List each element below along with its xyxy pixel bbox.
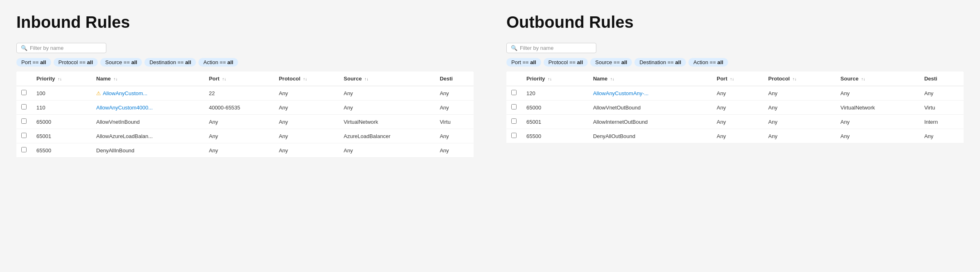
priority-sort-icon: ↑↓	[58, 77, 62, 81]
row-destination: Virtu	[919, 100, 964, 115]
row-checkbox[interactable]	[21, 133, 27, 138]
outbound-chip-source[interactable]: Source == all	[590, 58, 632, 67]
row-port: 40000-65535	[204, 100, 274, 115]
row-port: Any	[204, 143, 274, 158]
inbound-col-priority[interactable]: Priority ↑↓	[31, 71, 91, 86]
row-checkbox-cell	[16, 143, 31, 158]
table-row: 65500DenyAllInBoundAnyAnyAnyAny	[16, 143, 474, 158]
row-priority: 100	[31, 86, 91, 100]
row-checkbox[interactable]	[511, 118, 517, 124]
table-row: 65001AllowInternetOutBoundAnyAnyAnyInter…	[506, 115, 964, 129]
inbound-col-source[interactable]: Source ↑↓	[339, 71, 435, 86]
outbound-chip-destination[interactable]: Destination == all	[634, 58, 686, 67]
row-priority: 65001	[31, 129, 91, 143]
row-name: AllowInternetOutBound	[588, 115, 712, 129]
ob-source-sort-icon: ↑↓	[861, 77, 865, 81]
outbound-search-bar: 🔍 Filter by name	[506, 43, 964, 53]
row-checkbox[interactable]	[21, 104, 27, 109]
outbound-filter-chips: Port == all Protocol == all Source == al…	[506, 58, 964, 67]
row-port: Any	[712, 115, 763, 129]
row-name[interactable]: ⚠AllowAnyCustom...	[91, 86, 204, 100]
row-source: VirtualNetwork	[339, 115, 435, 129]
table-row: 100⚠AllowAnyCustom...22AnyAnyAny	[16, 86, 474, 100]
port-sort-icon: ↑↓	[222, 77, 226, 81]
row-checkbox[interactable]	[21, 147, 27, 152]
inbound-col-protocol[interactable]: Protocol ↑↓	[274, 71, 339, 86]
inbound-search-placeholder: Filter by name	[30, 45, 63, 51]
row-priority: 65000	[31, 115, 91, 129]
inbound-search-box[interactable]: 🔍 Filter by name	[16, 43, 106, 53]
row-source: Any	[836, 129, 919, 143]
row-priority: 110	[31, 100, 91, 115]
search-icon: 🔍	[21, 45, 27, 51]
row-priority: 120	[521, 86, 588, 100]
inbound-col-port[interactable]: Port ↑↓	[204, 71, 274, 86]
row-checkbox-cell	[16, 86, 31, 100]
row-checkbox-cell	[16, 100, 31, 115]
outbound-chip-action[interactable]: Action == all	[688, 58, 728, 67]
row-checkbox-cell	[16, 129, 31, 143]
row-source: AzureLoadBalancer	[339, 129, 435, 143]
row-name[interactable]: AllowAnyCustom4000...	[91, 100, 204, 115]
ob-protocol-sort-icon: ↑↓	[793, 77, 797, 81]
row-port: Any	[204, 129, 274, 143]
row-source: Any	[339, 86, 435, 100]
outbound-col-dest[interactable]: Desti	[919, 71, 964, 86]
row-port: Any	[204, 115, 274, 129]
inbound-filter-chips: Port == all Protocol == all Source == al…	[16, 58, 474, 67]
outbound-search-placeholder: Filter by name	[520, 45, 553, 51]
row-port: 22	[204, 86, 274, 100]
table-row: 120AllowAnyCustomAny-...AnyAnyAnyAny	[506, 86, 964, 100]
row-checkbox[interactable]	[21, 90, 27, 95]
inbound-search-bar: 🔍 Filter by name	[16, 43, 474, 53]
inbound-col-name[interactable]: Name ↑↓	[91, 71, 204, 86]
outbound-search-box[interactable]: 🔍 Filter by name	[506, 43, 596, 53]
outbound-chip-port[interactable]: Port == all	[506, 58, 541, 67]
row-checkbox-cell	[506, 86, 521, 100]
outbound-col-port[interactable]: Port ↑↓	[712, 71, 763, 86]
row-source: Any	[339, 143, 435, 158]
row-protocol: Any	[274, 86, 339, 100]
outbound-search-icon: 🔍	[511, 45, 517, 51]
row-destination: Virtu	[435, 115, 474, 129]
ob-priority-sort-icon: ↑↓	[548, 77, 552, 81]
row-checkbox-cell	[506, 115, 521, 129]
row-checkbox-cell	[16, 115, 31, 129]
table-row: 110AllowAnyCustom4000...40000-65535AnyAn…	[16, 100, 474, 115]
row-checkbox[interactable]	[511, 133, 517, 138]
row-destination: Any	[435, 86, 474, 100]
row-name[interactable]: AllowAnyCustomAny-...	[588, 86, 712, 100]
inbound-chip-source[interactable]: Source == all	[100, 58, 142, 67]
inbound-chip-protocol[interactable]: Protocol == all	[54, 58, 98, 67]
row-checkbox[interactable]	[511, 104, 517, 109]
row-protocol: Any	[763, 115, 836, 129]
row-protocol: Any	[763, 86, 836, 100]
row-priority: 65001	[521, 115, 588, 129]
row-destination: Any	[435, 100, 474, 115]
inbound-col-dest[interactable]: Desti	[435, 71, 474, 86]
outbound-chip-protocol[interactable]: Protocol == all	[544, 58, 588, 67]
row-source: VirtualNetwork	[836, 100, 919, 115]
row-protocol: Any	[763, 100, 836, 115]
inbound-col-checkbox	[16, 71, 31, 86]
outbound-col-name[interactable]: Name ↑↓	[588, 71, 712, 86]
table-row: 65000AllowVnetOutBoundAnyAnyVirtualNetwo…	[506, 100, 964, 115]
row-source: Any	[836, 115, 919, 129]
inbound-chip-action[interactable]: Action == all	[198, 58, 238, 67]
row-checkbox[interactable]	[511, 90, 517, 95]
row-destination: Any	[435, 143, 474, 158]
inbound-table-wrapper: Priority ↑↓ Name ↑↓ Port ↑↓ Protocol ↑↓ …	[16, 71, 474, 158]
inbound-panel: Inbound Rules 🔍 Filter by name Port == a…	[0, 0, 490, 272]
inbound-chip-destination[interactable]: Destination == all	[144, 58, 196, 67]
row-source: Any	[339, 100, 435, 115]
outbound-col-source[interactable]: Source ↑↓	[836, 71, 919, 86]
inbound-table: Priority ↑↓ Name ↑↓ Port ↑↓ Protocol ↑↓ …	[16, 71, 474, 158]
outbound-col-priority[interactable]: Priority ↑↓	[521, 71, 588, 86]
outbound-col-protocol[interactable]: Protocol ↑↓	[763, 71, 836, 86]
row-destination: Any	[919, 86, 964, 100]
row-port: Any	[712, 129, 763, 143]
row-name: DenyAllInBound	[91, 143, 204, 158]
row-checkbox[interactable]	[21, 118, 27, 124]
row-name: AllowVnetOutBound	[588, 100, 712, 115]
inbound-chip-port[interactable]: Port == all	[16, 58, 51, 67]
